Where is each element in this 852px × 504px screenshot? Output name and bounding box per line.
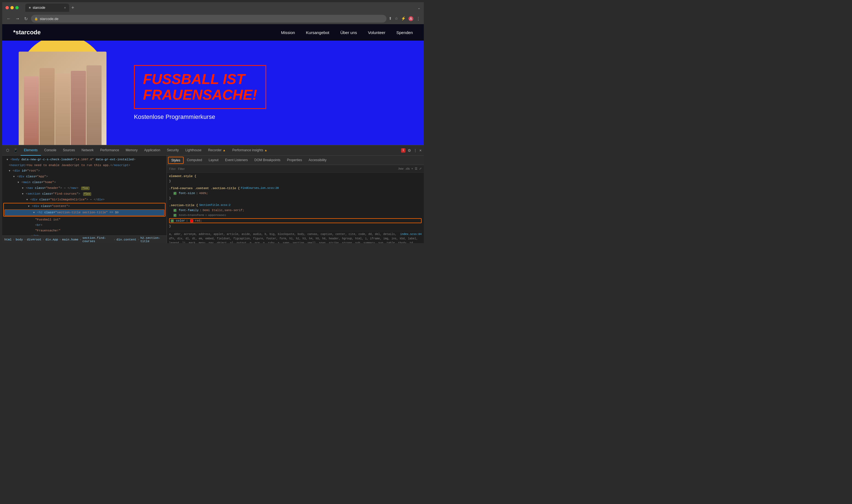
styles-tab-properties[interactable]: Properties [284,156,306,165]
close-button[interactable] [5,6,9,9]
css-val-fontfamily: Demi Italic,sans-serif; [203,208,244,213]
dom-tree[interactable]: ▼ <body data-new-gr-c-s-check-loaded="14… [2,156,167,236]
styles-tab-dom-breakpoints[interactable]: DOM Breakpoints [251,156,284,165]
tab-security[interactable]: Security [164,145,182,156]
breadcrumb-html[interactable]: html [4,238,12,241]
back-button[interactable]: ← [5,15,12,22]
tab-sources[interactable]: Sources [59,145,78,156]
close-devtools-icon[interactable]: × [419,148,422,152]
nav-mission[interactable]: Mission [281,30,295,35]
css-inherited-text: a, abbr, acronym, address, applet, artic… [169,233,418,243]
dom-br[interactable]: <br> [2,222,167,228]
breadcrumb-app[interactable]: div.App [45,238,58,241]
nav-kursangebot[interactable]: Kursangebot [306,30,329,35]
title-bar: ✳ starcode × + ⌄ [2,2,424,13]
lock-icon: 🔒 [34,17,38,21]
tab-title: starcode [33,6,45,10]
css-source-section-title[interactable]: SectionTitle.scss:2 [199,203,231,208]
minimize-button[interactable] [11,6,14,9]
dom-content-div[interactable]: ▼ <div class="content"> [4,203,165,209]
breadcrumb-div-content[interactable]: div.content [116,238,137,241]
dom-h2-selected[interactable]: ▼ <h2 class="section-title section-title… [4,210,164,216]
site-nav-links: Mission Kursangebot Über uns Volunteer S… [281,30,413,35]
traffic-lights [5,6,19,9]
hero-section: FUSSBALL IST FRAUENSACHE! Kostenlose Pro… [2,41,424,145]
styles-panel: Styles Computed Layout Event Listeners D… [167,156,424,243]
dom-find-courses[interactable]: ▼ <section class="find-courses"> flex [2,191,167,197]
styles-filter-bar: Filter .hov .cls + ☰ ⤢ [167,165,424,173]
breadcrumb-section[interactable]: section.find-courses [82,236,112,243]
styles-tab-layout[interactable]: Layout [205,156,222,165]
hero-text: FUSSBALL IST FRAUENSACHE! Kostenlose Pro… [134,65,266,121]
devtools-toolbar: ⬡ 📱 Elements Console Sources Network Per… [2,145,424,156]
breadcrumb-main[interactable]: main.home [62,238,78,241]
nav-spenden[interactable]: Spenden [396,30,413,35]
extension-icon[interactable]: ⚡ [401,16,406,21]
hov-toggle[interactable]: .hov [398,167,403,170]
settings-icon[interactable]: ⚙ [407,148,411,152]
css-rule-find-courses: .find-courses .content .section-title { … [169,186,422,201]
css-checkbox-text-transform[interactable]: ✓ [174,214,177,217]
share-icon[interactable]: ⬆ [389,16,392,21]
tab-performance-insights[interactable]: Performance insights ▲ [229,145,271,156]
breadcrumb-h2[interactable]: h2.section-title [141,236,164,243]
dom-nav[interactable]: ▼ <nav class="header"> ⋯ </nav> flex [2,185,167,191]
styles-tab-styles[interactable]: Styles [168,157,184,164]
css-source-find-courses[interactable]: FindCourses…ion.scss:20 [241,186,278,191]
hero-subtitle: Kostenlose Programmierkurse [134,113,266,121]
css-checkbox-fontsize[interactable]: ✓ [174,192,177,195]
dom-text-fussball[interactable]: "Fussball ist" [2,217,167,222]
dom-app-div[interactable]: ▼ <div class="App"> [2,174,167,180]
expand-icon[interactable]: ⤢ [419,167,422,170]
more-options-icon[interactable]: ⋮ [413,148,417,152]
styles-tab-computed[interactable]: Computed [184,156,205,165]
dom-root-div[interactable]: ▼ <div id="root"> [2,168,167,174]
breadcrumb-root[interactable]: div#root [27,238,41,241]
tab-application[interactable]: Application [141,145,164,156]
filter-input[interactable] [178,167,396,170]
tab-console[interactable]: Console [41,145,59,156]
css-checkbox-fontfamily[interactable]: ✓ [174,209,177,212]
inspect-element-icon[interactable]: ⬡ [4,147,11,154]
refresh-button[interactable]: ↻ [23,15,29,22]
site-logo: *starcode [13,29,41,36]
tab-recorder[interactable]: Recorder ▲ [205,145,229,156]
tab-bar: ✳ starcode × + [25,4,415,12]
dom-noscript[interactable]: <noscript>You need to enable JavaScript … [2,163,167,168]
tab-network[interactable]: Network [78,145,97,156]
styles-tab-accessibility[interactable]: Accessibility [305,156,330,165]
styles-content: element.style { } .find-courses .content… [167,173,424,243]
breadcrumb-body[interactable]: body [16,238,23,241]
dom-content-highlight: ▼ <div class="content"> ▼ <h2 class="sec… [3,203,165,217]
nav-volunteer[interactable]: Volunteer [368,30,385,35]
maximize-button[interactable] [15,6,19,9]
new-tab-button[interactable]: + [71,5,74,11]
profile-icon[interactable]: A [409,16,413,21]
dom-text-frauensache[interactable]: "Frauensache!" [2,228,167,233]
dom-girls-image[interactable]: ▼ <div class="GirlsImageOnCirlce"> ⋯ </d… [2,197,167,203]
css-checkbox-color[interactable]: ✓ [171,219,174,222]
css-source-index[interactable]: index.scss:84 [400,232,422,237]
forward-button[interactable]: → [14,15,21,22]
tab-performance[interactable]: Performance [97,145,123,156]
dom-body-tag[interactable]: ▼ <body data-new-gr-c-s-check-loaded="14… [2,157,167,163]
bookmark-icon[interactable]: ☆ [395,16,398,21]
address-bar[interactable]: 🔒 starcode.de [31,15,386,22]
recorder-icon: ▲ [223,148,225,152]
layout-icon[interactable]: ☰ [415,167,417,170]
active-tab[interactable]: ✳ starcode × [25,4,69,12]
cls-toggle[interactable]: .cls [405,167,410,170]
url-text: starcode.de [40,17,58,21]
styles-tab-event-listeners[interactable]: Event Listeners [222,156,251,165]
color-swatch-red[interactable] [190,219,193,222]
add-style-icon[interactable]: + [412,167,413,170]
tab-elements[interactable]: Elements [21,145,41,156]
menu-icon[interactable]: ⋮ [416,16,420,21]
device-toolbar-icon[interactable]: 📱 [12,147,19,154]
tab-close-button[interactable]: × [64,6,66,9]
tab-memory[interactable]: Memory [123,145,141,156]
dom-main[interactable]: ▼ <main class="home"> [2,180,167,185]
tab-lighthouse[interactable]: Lighthouse [182,145,205,156]
dom-h2-close[interactable]: </h2> [2,233,167,236]
nav-uber-uns[interactable]: Über uns [340,30,357,35]
